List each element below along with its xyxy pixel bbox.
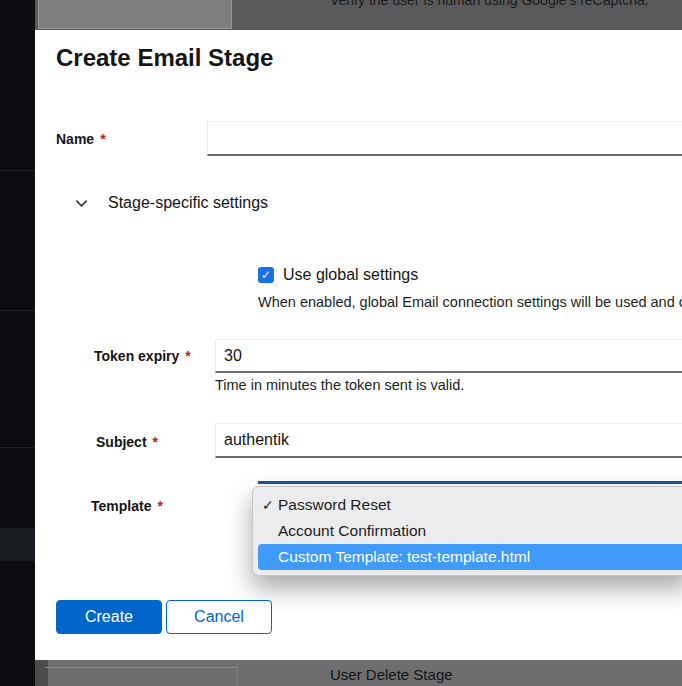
chevron-down-icon — [75, 197, 88, 210]
page-backdrop-bottom: User Delete Stage — [35, 660, 682, 686]
token-expiry-input[interactable] — [215, 339, 682, 373]
name-input[interactable] — [207, 121, 682, 156]
subject-input[interactable] — [215, 423, 682, 458]
checkmark-icon: ✓ — [261, 269, 271, 281]
background-table-border — [45, 667, 238, 668]
app-sidebar — [0, 0, 35, 686]
required-asterisk: * — [153, 434, 158, 450]
cancel-button[interactable]: Cancel — [166, 600, 272, 634]
background-recaptcha-description: Verify the user is human using Google's … — [330, 0, 649, 8]
background-stage-name: User Delete Stage — [330, 666, 453, 683]
sidebar-active-item — [0, 528, 35, 561]
sidebar-divider — [0, 310, 35, 311]
global-settings-help-text: When enabled, global Email connection se… — [258, 294, 682, 310]
sidebar-divider — [0, 447, 35, 448]
selected-check-icon: ✓ — [262, 492, 276, 518]
required-asterisk: * — [185, 348, 190, 364]
dropdown-option-account-confirmation[interactable]: Account Confirmation — [253, 518, 682, 544]
dropdown-option-custom-template[interactable]: Custom Template: test-template.html — [258, 544, 682, 570]
template-select-dropdown: ✓ Password Reset Account Confirmation Cu… — [252, 486, 682, 576]
sidebar-divider — [0, 170, 35, 171]
template-select-focus-border[interactable] — [258, 481, 682, 484]
token-expiry-label: Token expiry* — [94, 348, 191, 364]
dropdown-option-password-reset[interactable]: ✓ Password Reset — [253, 492, 682, 518]
subject-label: Subject* — [96, 434, 158, 450]
create-button[interactable]: Create — [56, 600, 162, 634]
token-expiry-help-text: Time in minutes the token sent is valid. — [215, 377, 464, 393]
template-label: Template* — [91, 498, 163, 514]
required-asterisk: * — [157, 498, 162, 514]
group-title: Stage-specific settings — [108, 194, 268, 212]
use-global-settings-row: ✓ Use global settings — [258, 266, 418, 284]
use-global-settings-checkbox[interactable]: ✓ — [258, 267, 274, 283]
modal-title: Create Email Stage — [56, 44, 273, 72]
name-label: Name* — [56, 131, 106, 147]
required-asterisk: * — [100, 131, 105, 147]
background-column-divider — [237, 660, 238, 686]
stage-specific-settings-toggle[interactable]: Stage-specific settings — [75, 194, 268, 212]
background-table-cell — [38, 0, 232, 29]
page-backdrop-top: Verify the user is human using Google's … — [35, 0, 682, 30]
use-global-settings-label: Use global settings — [283, 266, 418, 284]
